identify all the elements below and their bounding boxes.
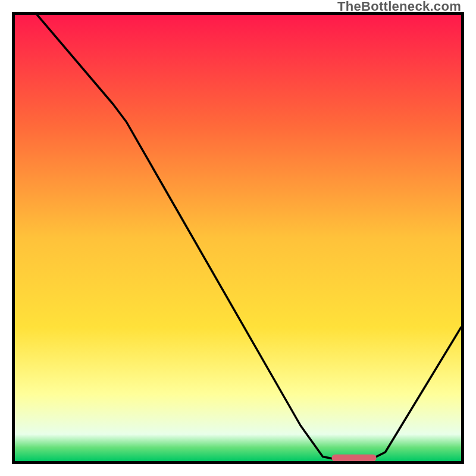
bottleneck-chart [15, 15, 461, 461]
chart-frame [12, 12, 464, 464]
chart-background [15, 15, 461, 461]
optimal-range-marker [332, 455, 377, 461]
